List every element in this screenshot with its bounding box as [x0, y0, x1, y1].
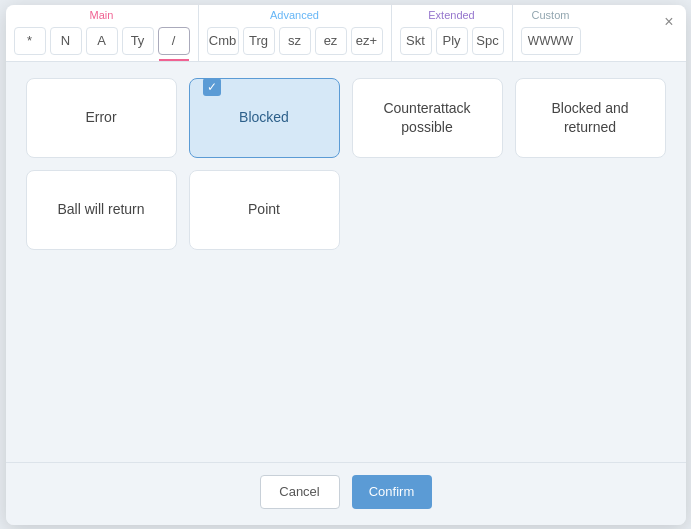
cancel-button[interactable]: Cancel	[260, 475, 340, 509]
option-counterattack[interactable]: Counterattack possible	[352, 78, 503, 158]
option-error[interactable]: Error	[26, 78, 177, 158]
tab-btn-wwwww[interactable]: WWWW	[521, 27, 581, 55]
advanced-tab-label: Advanced	[270, 9, 319, 21]
options-row1: Error Blocked Counterattack possible Blo…	[26, 78, 666, 158]
custom-tab-label: Custom	[532, 9, 570, 21]
tabs-bar: Main * N A Ty / Advanced Cmb Trg sz ez e…	[6, 5, 686, 62]
tab-btn-a[interactable]: A	[86, 27, 118, 55]
tab-btn-skt[interactable]: Skt	[400, 27, 432, 55]
option-point[interactable]: Point	[189, 170, 340, 250]
tab-group-custom: Custom WWWW	[513, 5, 589, 61]
confirm-button[interactable]: Confirm	[352, 475, 432, 509]
content-area: Error Blocked Counterattack possible Blo…	[6, 62, 686, 462]
tab-btn-n[interactable]: N	[50, 27, 82, 55]
footer: Cancel Confirm	[6, 462, 686, 525]
tab-btn-ez-plus[interactable]: ez+	[351, 27, 383, 55]
tab-btn-cmb[interactable]: Cmb	[207, 27, 239, 55]
tab-btn-spc[interactable]: Spc	[472, 27, 504, 55]
tab-group-advanced: Advanced Cmb Trg sz ez ez+	[199, 5, 392, 61]
extended-tab-label: Extended	[428, 9, 474, 21]
main-tab-label: Main	[90, 9, 114, 21]
selected-checkmark	[203, 78, 221, 96]
tab-btn-ply[interactable]: Ply	[436, 27, 468, 55]
options-row2: Ball will return Point	[26, 170, 666, 250]
tab-btn-ty[interactable]: Ty	[122, 27, 154, 55]
tab-btn-trg[interactable]: Trg	[243, 27, 275, 55]
option-blocked-returned[interactable]: Blocked and returned	[515, 78, 666, 158]
tab-btn-ez[interactable]: ez	[315, 27, 347, 55]
close-button[interactable]: ×	[664, 13, 673, 31]
tab-btn-slash[interactable]: /	[158, 27, 190, 55]
tab-group-extended: Extended Skt Ply Spc	[392, 5, 513, 61]
tab-btn-star[interactable]: *	[14, 27, 46, 55]
dialog: × Main * N A Ty / Advanced Cmb Trg sz ez…	[6, 5, 686, 525]
option-ball-return[interactable]: Ball will return	[26, 170, 177, 250]
tab-group-main: Main * N A Ty /	[6, 5, 199, 61]
tab-btn-sz[interactable]: sz	[279, 27, 311, 55]
